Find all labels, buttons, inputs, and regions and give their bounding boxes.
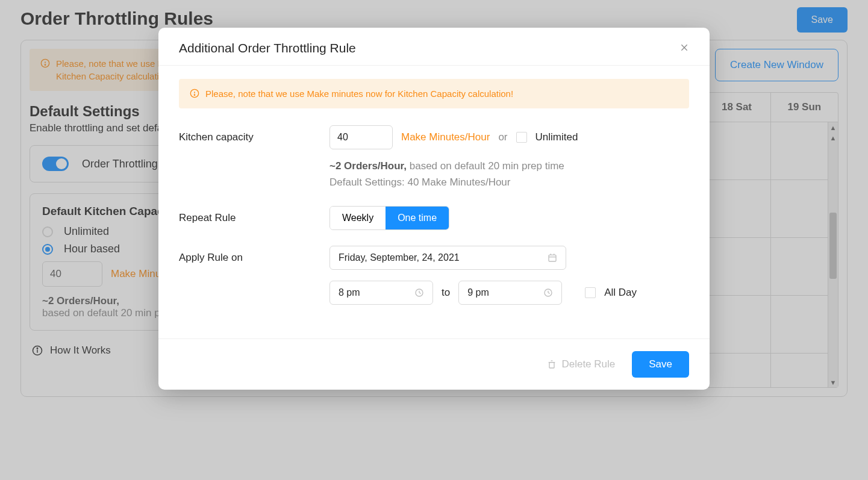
repeat-segmented-control: Weekly One time: [329, 206, 449, 230]
modal-notice-text: Please, note that we use Make minutes no…: [205, 87, 513, 100]
orders-per-hour-bold: ~2 Orders/Hour,: [329, 160, 407, 172]
unlimited-checkbox[interactable]: [516, 132, 527, 143]
repeat-weekly-button[interactable]: Weekly: [330, 207, 386, 229]
trash-icon: [547, 360, 557, 369]
repeat-onetime-button[interactable]: One time: [386, 207, 449, 229]
info-icon: [190, 89, 199, 98]
svg-line-17: [419, 293, 421, 293]
close-button[interactable]: [679, 42, 689, 54]
svg-point-10: [194, 95, 195, 95]
capacity-input[interactable]: [329, 125, 393, 149]
clock-icon: [414, 288, 424, 298]
svg-rect-11: [549, 255, 556, 262]
time-to-value: 9 pm: [467, 287, 489, 298]
allday-label: All Day: [604, 287, 637, 299]
close-icon: [679, 43, 689, 52]
label-kitchen-capacity: Kitchen capacity: [179, 125, 311, 143]
svg-line-20: [548, 293, 550, 293]
orders-per-hour-rest: based on default 20 min prep time: [407, 160, 564, 172]
time-to-picker[interactable]: 9 pm: [458, 281, 562, 305]
label-repeat-rule: Repeat Rule: [179, 206, 311, 224]
throttling-rule-modal: Additional Order Throttling Rule Please,…: [158, 28, 710, 390]
label-apply-on: Apply Rule on: [179, 246, 311, 264]
modal-backdrop[interactable]: Additional Order Throttling Rule Please,…: [0, 0, 868, 409]
date-picker[interactable]: Friday, September, 24, 2021: [329, 246, 566, 270]
allday-checkbox[interactable]: [585, 287, 596, 298]
save-button[interactable]: Save: [632, 351, 689, 378]
date-value: Friday, September, 24, 2021: [339, 252, 460, 263]
clock-icon: [543, 288, 553, 298]
to-label: to: [442, 287, 450, 299]
default-settings-info: Default Settings: 40 Make Minutes/Hour: [329, 176, 510, 188]
calendar-icon: [548, 253, 557, 263]
time-from-picker[interactable]: 8 pm: [329, 281, 433, 305]
time-from-value: 8 pm: [339, 287, 360, 298]
modal-title: Additional Order Throttling Rule: [179, 41, 356, 55]
capacity-unit-label: Make Minutes/Hour: [401, 131, 490, 143]
unlimited-label: Unlimited: [535, 131, 578, 143]
svg-rect-21: [549, 363, 554, 368]
delete-rule-label: Delete Rule: [561, 358, 615, 370]
or-label: or: [498, 131, 507, 143]
delete-rule-button[interactable]: Delete Rule: [547, 358, 615, 370]
modal-notice-banner: Please, note that we use Make minutes no…: [179, 79, 689, 108]
